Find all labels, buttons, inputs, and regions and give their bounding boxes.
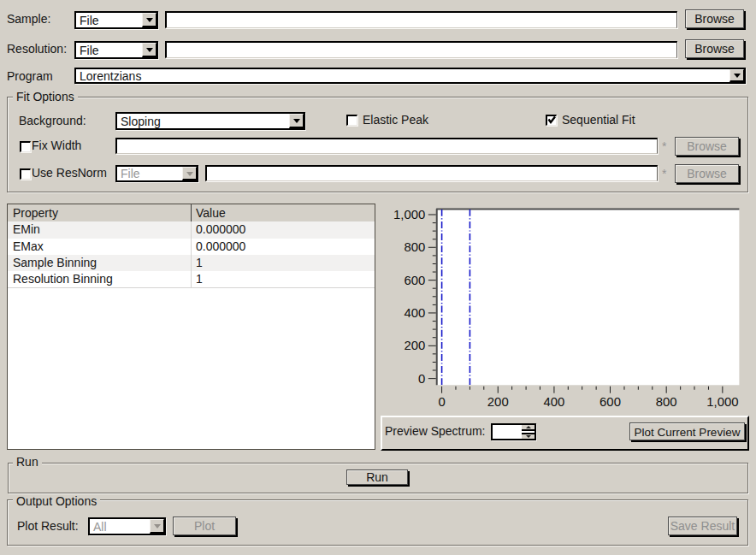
svg-text:400: 400: [405, 306, 426, 320]
svg-text:600: 600: [405, 274, 426, 287]
svg-text:600: 600: [599, 395, 621, 409]
svg-text:800: 800: [656, 395, 677, 409]
svg-text:1,000: 1,000: [393, 208, 425, 221]
svg-text:0: 0: [438, 395, 445, 409]
svg-text:400: 400: [544, 395, 565, 409]
svg-text:1,000: 1,000: [706, 395, 738, 409]
svg-text:800: 800: [405, 240, 426, 254]
svg-text:200: 200: [405, 339, 426, 352]
svg-text:200: 200: [487, 395, 509, 409]
svg-text:0: 0: [418, 372, 425, 386]
